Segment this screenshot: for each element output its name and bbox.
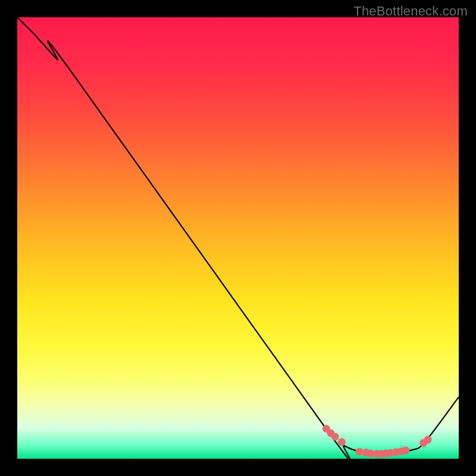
highlight-dot: [424, 436, 432, 444]
curve-path: [17, 17, 459, 463]
highlight-dot: [367, 450, 374, 458]
highlight-dot: [331, 433, 339, 440]
highlight-dot: [338, 438, 346, 446]
highlight-dot: [356, 448, 364, 456]
bottleneck-curve: [17, 17, 459, 459]
chart-frame: TheBottleneck.com: [0, 0, 476, 476]
highlight-dots: [322, 425, 432, 458]
highlight-dot: [402, 446, 409, 454]
